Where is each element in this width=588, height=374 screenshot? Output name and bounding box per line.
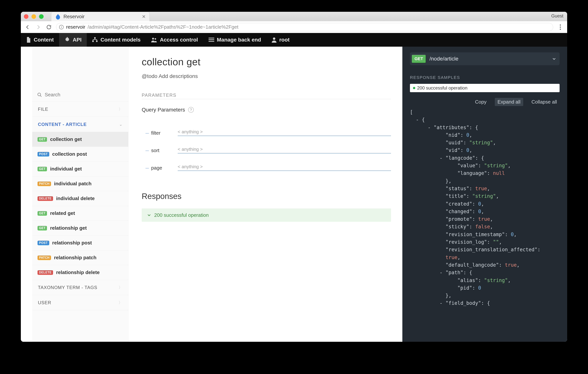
puzzle-icon <box>64 37 70 43</box>
help-icon[interactable]: ? <box>188 107 194 113</box>
param-row: sort< anything > <box>146 136 391 154</box>
drupal-icon <box>55 14 61 20</box>
endpoint-item[interactable]: PATCHrelationship patch <box>32 250 128 265</box>
param-row: filter< anything > <box>146 119 391 136</box>
endpoint-item[interactable]: PATCHindividual patch <box>32 176 128 191</box>
endpoint-item[interactable]: GETrelated get <box>32 206 128 221</box>
tab-close-icon[interactable]: ✕ <box>142 14 146 19</box>
param-name: sort <box>146 148 170 154</box>
browser-window: Reservoir ✕ Guest reservoir/admin/api#ta… <box>21 12 567 342</box>
nav-forward[interactable] <box>35 24 42 31</box>
endpoint-item[interactable]: DELETErelationship delete <box>32 265 128 280</box>
menu-icon <box>209 38 214 42</box>
endpoint-item[interactable]: GETindividual get <box>32 162 128 176</box>
app-nav: Content API Content models Access contro… <box>21 33 567 47</box>
response-200[interactable]: 200 successful operation <box>142 209 391 222</box>
svg-rect-10 <box>209 41 214 42</box>
browser-menu[interactable] <box>557 24 564 31</box>
browser-tab[interactable]: Reservoir ✕ <box>51 12 150 21</box>
status-dot-icon <box>413 87 415 89</box>
sidebar-cat-file[interactable]: FILE 〉 <box>32 102 128 117</box>
param-type: < anything > <box>178 129 391 136</box>
svg-point-1 <box>61 26 62 27</box>
sidebar-cat-user[interactable]: USER 〉 <box>32 295 128 310</box>
svg-point-11 <box>273 38 275 40</box>
endpoint-label: relationship patch <box>54 255 96 261</box>
method-badge: GET <box>412 55 426 63</box>
responses-heading: Responses <box>142 192 391 201</box>
nav-api[interactable]: API <box>59 33 87 47</box>
window-minimize[interactable] <box>32 14 36 19</box>
search-icon <box>37 92 42 97</box>
method-tag: DELETE <box>38 270 53 275</box>
json-sample[interactable]: [ - { - "attributes": { "nid": 0, "uuid"… <box>410 108 560 342</box>
sidebar-cat-taxonomy[interactable]: TAXONOMY TERM - TAGS 〉 <box>32 280 128 295</box>
code-tools: Copy Expand all Collapse all <box>402 92 567 108</box>
url-path: /admin/api#tag/Content-Article%2Fpaths%2… <box>87 24 238 30</box>
param-name: page <box>146 165 170 171</box>
titlebar: Reservoir ✕ Guest <box>21 12 567 21</box>
svg-point-6 <box>152 38 154 40</box>
endpoint-item[interactable]: POSTcollection post <box>32 147 128 162</box>
endpoint-item[interactable]: POSTrelationship post <box>32 236 128 250</box>
response-panel: GET /node/article RESPONSE SAMPLES 200 s… <box>402 47 567 342</box>
param-type: < anything > <box>178 147 391 154</box>
method-tag: GET <box>38 167 47 171</box>
nav-back[interactable] <box>24 24 31 31</box>
copy-button[interactable]: Copy <box>472 98 489 106</box>
chevron-down-icon <box>147 213 151 217</box>
method-tag: DELETE <box>38 196 53 201</box>
address-bar[interactable]: reservoir/admin/api#tag/Content-Article%… <box>56 23 553 31</box>
window-zoom[interactable] <box>39 14 43 19</box>
request-summary[interactable]: GET /node/article <box>410 52 560 65</box>
search-input[interactable] <box>45 92 123 98</box>
expand-all-button[interactable]: Expand all <box>495 98 523 106</box>
window-close[interactable] <box>24 14 28 19</box>
svg-point-7 <box>155 38 156 40</box>
page-title: collection get <box>142 56 391 67</box>
page-icon <box>26 37 31 43</box>
nav-reload[interactable] <box>45 24 52 31</box>
profile-guest[interactable]: Guest <box>551 13 563 19</box>
chevron-right-icon: 〉 <box>119 300 123 305</box>
nav-user[interactable]: root <box>266 33 295 47</box>
endpoint-label: individual get <box>50 166 82 172</box>
nav-content[interactable]: Content <box>21 33 59 47</box>
hierarchy-icon <box>92 37 98 43</box>
svg-rect-5 <box>96 41 98 42</box>
url-host: reservoir <box>66 24 85 30</box>
method-tag: PATCH <box>38 255 51 260</box>
endpoint-item[interactable]: GETcollection get <box>32 132 128 147</box>
svg-rect-2 <box>61 27 62 28</box>
endpoint-label: collection post <box>52 151 87 157</box>
method-tag: GET <box>38 211 47 216</box>
method-tag: PATCH <box>38 181 51 186</box>
response-samples-heading: RESPONSE SAMPLES <box>410 75 560 80</box>
endpoint-label: relationship post <box>52 240 92 246</box>
method-tag: GET <box>38 137 47 142</box>
info-icon <box>59 25 64 30</box>
sidebar: FILE 〉 CONTENT - ARTICLE ⌄ GETcollection… <box>32 47 128 342</box>
nav-manage[interactable]: Manage back end <box>203 33 266 47</box>
endpoint-label: related get <box>50 210 75 216</box>
collapse-all-button[interactable]: Collapse all <box>529 98 560 106</box>
endpoint-item[interactable]: DELETEindividual delete <box>32 191 128 206</box>
chevron-right-icon: 〉 <box>119 107 123 112</box>
chevron-right-icon: 〉 <box>119 285 123 290</box>
parameters-heading: PARAMETERS <box>142 93 391 99</box>
svg-rect-8 <box>209 38 214 39</box>
user-icon <box>272 37 277 43</box>
sidebar-search[interactable] <box>32 88 128 102</box>
endpoint-label: individual patch <box>54 181 92 187</box>
chevron-down-icon <box>552 57 556 61</box>
page-description: @todo Add descriptions <box>142 73 391 79</box>
nav-models[interactable]: Content models <box>87 33 146 47</box>
sample-chip-200[interactable]: 200 successful operation <box>410 84 560 92</box>
tab-title: Reservoir <box>63 14 139 20</box>
endpoint-item[interactable]: GETrelationship get <box>32 221 128 236</box>
main: FILE 〉 CONTENT - ARTICLE ⌄ GETcollection… <box>21 47 567 342</box>
nav-access[interactable]: Access control <box>146 33 203 47</box>
endpoint-label: relationship delete <box>56 269 100 275</box>
sidebar-cat-article[interactable]: CONTENT - ARTICLE ⌄ <box>32 117 128 132</box>
param-name: filter <box>146 130 170 136</box>
